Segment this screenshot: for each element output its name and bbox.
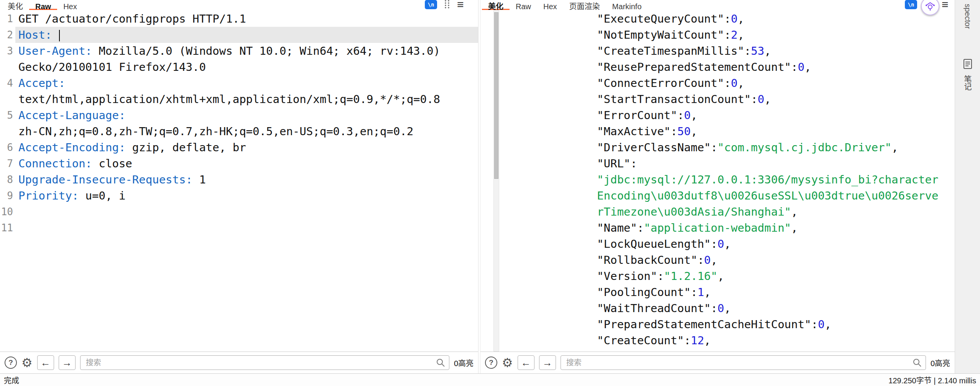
code-text: "jdbc:mysql://127.0.0.1:3306/mysysinfo_b…: [594, 172, 955, 188]
tab-render[interactable]: 页面渲染: [563, 1, 606, 10]
response-search-bar: ? ⚙ ← → 0高亮: [480, 352, 955, 373]
code-line[interactable]: 1GET /actuator/configprops HTTP/1.1: [0, 11, 478, 27]
response-scrollbar[interactable]: [493, 10, 499, 352]
line-number: 6: [0, 139, 15, 155]
code-line[interactable]: Encoding\u003dutf8\u0026useSSL\u003dtrue…: [594, 188, 955, 204]
prev-match-button[interactable]: ←: [518, 355, 534, 370]
code-text: "PreparedStatementCacheHitCount":0,: [594, 316, 955, 332]
help-icon[interactable]: ?: [5, 357, 17, 369]
code-line[interactable]: "PreparedStatementCacheHitCount":0,: [594, 316, 955, 332]
code-line[interactable]: "CreateCount":12,: [594, 332, 955, 348]
code-text: text/html,application/xhtml+xml,applicat…: [15, 91, 478, 107]
request-search-box: [80, 355, 449, 370]
notes-tab[interactable]: 笔记: [962, 75, 973, 90]
code-line[interactable]: "NotEmptyWaitCount":2,: [594, 27, 955, 43]
code-text: zh-CN,zh;q=0.8,zh-TW;q=0.7,zh-HK;q=0.5,e…: [15, 123, 478, 139]
code-text: "URL":: [594, 155, 955, 172]
code-text: "RollbackCount":0,: [594, 252, 955, 268]
code-text: "CreateTimespanMillis":53,: [594, 43, 955, 59]
code-line[interactable]: 3User-Agent: Mozilla/5.0 (Windows NT 10.…: [0, 43, 478, 59]
next-match-button[interactable]: →: [539, 355, 556, 370]
code-text: Accept:: [15, 75, 478, 91]
tab-hex[interactable]: Hex: [537, 1, 563, 10]
editor-menu-icon[interactable]: ≡: [457, 0, 464, 9]
code-line[interactable]: "ReusePreparedStatementCount":0,: [594, 59, 955, 75]
code-line[interactable]: 11: [0, 220, 478, 236]
tab-pretty[interactable]: 美化: [482, 1, 510, 10]
code-line[interactable]: "LockQueueLength":0,: [594, 236, 955, 252]
line-number: 9: [0, 188, 15, 204]
code-text: "MaxActive":50,: [594, 123, 955, 139]
newline-toggle-icon[interactable]: \n: [425, 0, 437, 9]
code-text: "ReusePreparedStatementCount":0,: [594, 59, 955, 75]
line-number: 3: [0, 43, 15, 59]
code-line[interactable]: rTimezone\u003dAsia/Shanghai",: [594, 204, 955, 220]
code-line[interactable]: "URL":: [594, 155, 955, 172]
code-line[interactable]: "DiscardCount":0,: [594, 348, 955, 352]
code-text: "CreateCount":12,: [594, 332, 955, 348]
search-icon: [912, 358, 922, 368]
code-text: [15, 220, 478, 236]
inspector-tab[interactable]: spector: [963, 4, 972, 29]
code-line[interactable]: Gecko/20100101 Firefox/143.0: [0, 59, 478, 75]
code-text: Gecko/20100101 Firefox/143.0: [15, 59, 478, 75]
search-input[interactable]: [80, 355, 449, 370]
nonprintable-chars-icon[interactable]: [443, 0, 451, 10]
next-match-button[interactable]: →: [59, 355, 76, 370]
code-line[interactable]: "CreateTimespanMillis":53,: [594, 43, 955, 59]
code-line[interactable]: "StartTransactionCount":0,: [594, 91, 955, 107]
code-line[interactable]: 4Accept:: [0, 75, 478, 91]
response-menu-group: ≡: [942, 0, 949, 10]
code-line[interactable]: "ExecuteQueryCount":0,: [594, 11, 955, 27]
selected-code-text: Host:: [15, 27, 478, 43]
line-number: 2: [0, 27, 15, 43]
response-viewer[interactable]: "ExecuteQueryCount":0,"NotEmptyWaitCount…: [480, 10, 955, 352]
gear-icon[interactable]: ⚙: [502, 357, 513, 369]
search-input[interactable]: [561, 355, 926, 370]
request-search-bar: ? ⚙ ← → 0高亮: [0, 352, 478, 373]
code-text: "DiscardCount":0,: [594, 348, 955, 352]
code-line[interactable]: "WaitThreadCount":0,: [594, 300, 955, 316]
help-icon[interactable]: ?: [485, 357, 497, 369]
code-line[interactable]: text/html,application/xhtml+xml,applicat…: [0, 91, 478, 107]
notes-icon[interactable]: [963, 58, 973, 71]
tab-markinfo[interactable]: Markinfo: [606, 1, 648, 10]
response-search-box: [561, 355, 926, 370]
code-line[interactable]: "jdbc:mysql://127.0.0.1:3306/mysysinfo_b…: [594, 172, 955, 188]
code-line[interactable]: 10: [0, 204, 478, 220]
editor-menu-icon[interactable]: ≡: [942, 0, 949, 9]
line-number: [0, 91, 15, 107]
status-text: 完成: [4, 375, 19, 386]
tab-raw[interactable]: Raw: [29, 1, 57, 10]
response-scrollbar-thumb[interactable]: [494, 12, 498, 179]
newline-toggle-icon[interactable]: \n: [905, 0, 917, 9]
code-line[interactable]: "Name":"application-webadmin",: [594, 220, 955, 236]
code-line[interactable]: "ConnectErrorCount":0,: [594, 75, 955, 91]
code-line[interactable]: 8Upgrade-Insecure-Requests: 1: [0, 172, 478, 188]
code-text: User-Agent: Mozilla/5.0 (Windows NT 10.0…: [15, 43, 478, 59]
code-line[interactable]: zh-CN,zh;q=0.8,zh-TW;q=0.7,zh-HK;q=0.5,e…: [0, 123, 478, 139]
code-line[interactable]: 2Host:: [0, 27, 478, 43]
code-line[interactable]: "ErrorCount":0,: [594, 107, 955, 123]
code-line[interactable]: 6Accept-Encoding: gzip, deflate, br: [0, 139, 478, 155]
prev-match-button[interactable]: ←: [37, 355, 54, 370]
code-line[interactable]: "Version":"1.2.16",: [594, 268, 955, 284]
code-line[interactable]: 7Connection: close: [0, 155, 478, 172]
code-line[interactable]: "RollbackCount":0,: [594, 252, 955, 268]
tab-raw[interactable]: Raw: [510, 1, 537, 10]
code-line[interactable]: 9Priority: u=0, i: [0, 188, 478, 204]
tab-pretty[interactable]: 美化: [2, 1, 29, 10]
request-editor[interactable]: 1GET /actuator/configprops HTTP/1.12Host…: [0, 10, 478, 352]
code-text: Accept-Language:: [15, 107, 478, 123]
gear-icon[interactable]: ⚙: [21, 357, 33, 369]
request-tabbar: 美化RawHex: [0, 0, 478, 10]
line-number: 11: [0, 220, 15, 236]
code-line[interactable]: "MaxActive":50,: [594, 123, 955, 139]
line-number: 8: [0, 172, 15, 188]
code-line[interactable]: 5Accept-Language:: [0, 107, 478, 123]
code-line[interactable]: "DriverClassName":"com.mysql.cj.jdbc.Dri…: [594, 139, 955, 155]
highlight-count: 0高亮: [454, 357, 474, 368]
code-text: "WaitThreadCount":0,: [594, 300, 955, 316]
code-line[interactable]: "PoolingCount":1,: [594, 284, 955, 300]
tab-hex[interactable]: Hex: [57, 1, 83, 10]
